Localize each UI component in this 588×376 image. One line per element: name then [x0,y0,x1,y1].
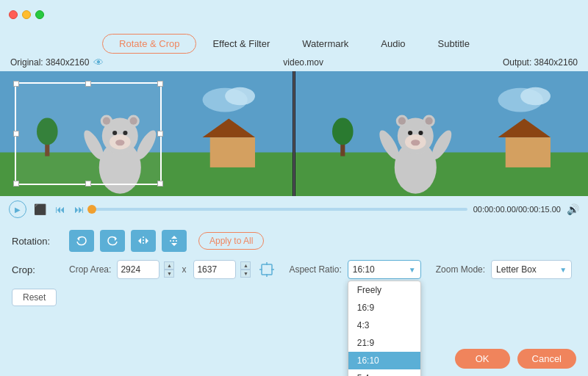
rotate-right-button[interactable] [100,230,125,252]
play-icon: ▶ [15,206,21,214]
height-spinner[interactable]: ▲ ▼ [240,261,251,278]
svg-point-35 [408,131,412,135]
svg-point-43 [332,118,354,145]
svg-marker-47 [138,238,141,244]
title-bar [0,0,588,29]
output-resolution: Output: 3840x2160 [503,57,578,68]
svg-marker-51 [171,243,177,246]
rotate-left-button[interactable] [69,230,94,252]
traffic-lights [9,10,44,19]
crop-height-input[interactable] [193,260,236,279]
svg-rect-40 [506,137,551,167]
apply-to-all-button[interactable]: Apply to All [198,232,264,250]
svg-marker-50 [171,236,177,239]
preview-divider [293,71,295,196]
volume-icon[interactable]: 🔊 [567,203,579,215]
crop-handle-tl[interactable] [13,81,19,87]
aspect-ratio-label: Aspect Ratio: [289,264,341,275]
filename: video.mov [104,57,502,68]
crop-handle-tm[interactable] [85,81,91,87]
rotation-row: Rotation: [12,230,576,252]
progress-track[interactable] [92,208,467,211]
left-scene [0,71,293,196]
tab-bar: Rotate & Crop Effect & Filter Watermark … [0,29,588,54]
svg-point-37 [411,140,420,145]
crop-row: Crop: Crop Area: ▲ ▼ x ▲ ▼ Aspect Ratio: [12,259,576,280]
preview-right [295,71,588,196]
center-crop-icon[interactable] [257,259,277,280]
svg-point-33 [426,118,433,125]
aspect-ratio-select[interactable]: 16:10 ▼ [348,260,421,279]
aspect-ratio-dropdown[interactable]: 16:10 ▼ Freely 16:9 4:3 21:9 16:10 5:4 1… [348,260,421,279]
stop-button[interactable]: ⬛ [32,203,48,215]
file-bar: Original: 3840x2160 👁 video.mov Output: … [0,54,588,71]
cancel-button[interactable]: Cancel [517,349,576,369]
height-down-button[interactable]: ▼ [240,270,251,278]
aspect-option-5-4[interactable]: 5:4 [348,369,420,376]
svg-rect-52 [262,264,272,275]
rotation-label: Rotation: [12,236,63,247]
svg-point-24 [520,87,551,105]
zoom-mode-value: Letter Box [496,264,537,275]
aspect-option-21-9[interactable]: 21:9 [348,334,420,352]
bottom-bar: OK Cancel [0,341,588,376]
progress-thumb[interactable] [87,205,96,214]
dimension-separator: x [182,264,186,275]
crop-handle-bl[interactable] [13,181,19,187]
zoom-mode-select[interactable]: Letter Box ▼ [491,260,572,279]
crop-width-input[interactable] [117,260,159,279]
crop-handle-mr[interactable] [157,131,163,137]
svg-marker-48 [146,238,148,244]
width-down-button[interactable]: ▼ [164,270,174,278]
height-up-button[interactable]: ▲ [240,261,251,270]
svg-point-32 [398,118,406,125]
flip-horizontal-button[interactable] [131,230,156,252]
crop-label: Crop: [12,264,63,275]
aspect-option-16-10[interactable]: 16:10 [348,352,420,369]
zoom-mode-label: Zoom Mode: [436,264,485,275]
playback-bar: ▶ ⬛ ⏮ ⏭ 00:00:00.00/00:00:15.00 🔊 [0,196,588,223]
tab-watermark[interactable]: Watermark [286,35,365,53]
controls-panel: Rotation: [0,223,588,314]
preview-area [0,71,588,196]
crop-handle-bm[interactable] [85,181,91,187]
aspect-option-16-9[interactable]: 16:9 [348,299,420,317]
original-resolution: Original: 3840x2160 [10,57,89,68]
eye-icon[interactable]: 👁 [93,57,104,68]
maximize-button[interactable] [35,10,44,19]
svg-point-36 [418,131,423,135]
preview-left [0,71,293,196]
tab-audio[interactable]: Audio [365,35,421,53]
crop-handle-tr[interactable] [157,81,163,87]
aspect-ratio-menu[interactable]: Freely 16:9 4:3 21:9 16:10 5:4 1:1 9:16 [348,281,421,376]
tab-effect-filter[interactable]: Effect & Filter [196,35,286,53]
ok-button[interactable]: OK [455,349,510,369]
time-display: 00:00:00.00/00:00:15.00 [473,205,561,214]
width-up-button[interactable]: ▲ [164,261,174,270]
aspect-option-freely[interactable]: Freely [348,281,420,299]
svg-marker-44 [77,236,79,241]
aspect-ratio-value: 16:10 [353,264,375,275]
svg-marker-45 [115,236,117,241]
svg-point-2 [225,87,255,105]
tab-rotate-crop[interactable]: Rotate & Crop [102,34,196,54]
svg-rect-18 [210,137,255,167]
tab-subtitle[interactable]: Subtitle [422,35,486,53]
next-frame-button[interactable]: ⏭ [73,203,86,215]
play-button[interactable]: ▶ [9,200,26,218]
prev-frame-button[interactable]: ⏮ [54,203,67,215]
reset-button[interactable]: Reset [12,289,57,306]
flip-vertical-button[interactable] [162,230,187,252]
width-spinner[interactable]: ▲ ▼ [164,261,174,278]
aspect-option-4-3[interactable]: 4:3 [348,317,420,334]
minimize-button[interactable] [22,10,31,19]
right-scene [295,71,588,196]
crop-handle-ml[interactable] [13,131,19,137]
crop-area-label: Crop Area: [69,264,111,275]
close-button[interactable] [9,10,18,19]
crop-handle-br[interactable] [157,181,163,187]
crop-selection[interactable] [15,82,162,185]
